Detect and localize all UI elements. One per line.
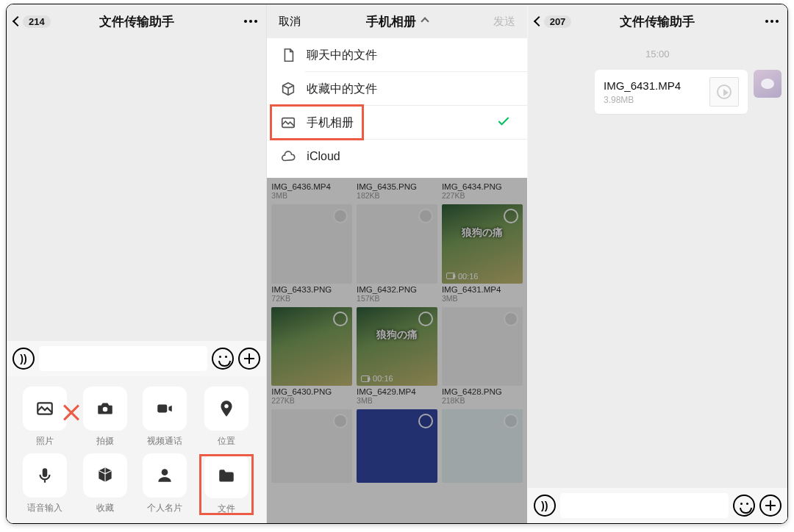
svg-point-5 (162, 469, 168, 475)
file-cell[interactable]: 狼狗の痛00:16IMG_6429.MP43MB (357, 307, 437, 406)
chat-title: 文件传输助手 (99, 13, 174, 30)
back-button[interactable]: 214 (14, 4, 51, 38)
source-chat-files[interactable]: 聊天中的文件 (267, 38, 526, 72)
cancel-button[interactable]: 取消 (279, 4, 301, 38)
action-camera[interactable]: 拍摄 (79, 387, 132, 447)
emoji-icon[interactable] (212, 348, 234, 370)
file-cell[interactable] (271, 409, 352, 483)
source-label: 手机相册 (307, 115, 354, 131)
message-input[interactable] (39, 346, 207, 371)
chevron-up-icon (421, 17, 429, 25)
select-circle[interactable] (333, 414, 348, 428)
source-favorites-files[interactable]: 收藏中的文件 (267, 72, 526, 106)
select-circle[interactable] (504, 414, 518, 428)
unread-badge: 214 (23, 15, 51, 28)
picker-title[interactable]: 手机相册 (366, 13, 428, 30)
select-circle[interactable] (333, 312, 348, 326)
message-input-bar: )) (7, 341, 266, 376)
action-label: 个人名片 (147, 502, 182, 514)
person-icon (155, 466, 174, 485)
voice-message-icon[interactable]: )) (534, 495, 556, 517)
file-cell[interactable]: IMG_6428.PNG218KB (442, 307, 523, 406)
file-cell[interactable]: IMG_6434.PNG227KB (442, 181, 523, 200)
file-cell[interactable]: IMG_6436.MP43MB (271, 181, 352, 200)
emoji-icon[interactable] (733, 495, 755, 517)
source-icloud[interactable]: iCloud (267, 140, 526, 173)
check-icon (496, 114, 511, 132)
more-button[interactable] (244, 4, 257, 38)
header-left: 214 文件传输助手 (7, 4, 266, 38)
cube-icon (96, 466, 115, 485)
header-right: 207 文件传输助手 (528, 4, 787, 38)
file-size: 3.98MB (604, 95, 702, 105)
select-circle[interactable] (333, 209, 348, 223)
source-label: iCloud (307, 150, 340, 163)
folder-icon (217, 467, 236, 486)
file-message-bubble[interactable]: IMG_6431.MP4 3.98MB (595, 70, 748, 114)
select-circle[interactable] (504, 312, 518, 326)
source-list: 聊天中的文件 收藏中的文件 手机相册 iCloud (267, 38, 526, 173)
chat-title: 文件传输助手 (620, 13, 695, 30)
source-phone-album[interactable]: 手机相册 (267, 106, 526, 140)
select-circle[interactable] (418, 312, 433, 326)
action-label: 文件 (218, 503, 235, 515)
panel-chat-with-actions: 214 文件传输助手 )) 照片 拍摄 视频通话 位置 语音 (7, 4, 267, 523)
action-contact-card[interactable]: 个人名片 (139, 453, 192, 516)
more-button[interactable] (765, 4, 779, 38)
svg-rect-4 (43, 468, 48, 477)
action-videocall[interactable]: 视频通话 (139, 387, 192, 447)
file-cell[interactable]: 狼狗の痛00:16IMG_6431.MP43MB (442, 204, 523, 303)
panel-chat-with-message: 207 文件传输助手 15:00 IMG_6431.MP4 3.98MB )) (528, 4, 787, 523)
file-cell[interactable] (442, 409, 523, 483)
svg-rect-2 (158, 405, 168, 413)
action-favorites[interactable]: 收藏 (79, 453, 132, 516)
image-icon (35, 399, 54, 418)
svg-point-3 (225, 404, 229, 408)
file-cell[interactable] (357, 409, 437, 483)
file-type-icon (709, 77, 739, 107)
action-label: 视频通话 (147, 435, 182, 447)
source-label: 聊天中的文件 (307, 48, 377, 63)
file-name: IMG_6431.MP4 (604, 79, 702, 92)
action-label: 收藏 (96, 502, 114, 514)
plus-icon[interactable] (238, 348, 260, 370)
select-circle[interactable] (418, 209, 433, 223)
action-label: 照片 (36, 435, 54, 447)
cloud-icon (280, 148, 296, 165)
video-icon (361, 375, 370, 382)
file-cell[interactable]: IMG_6432.PNG157KB (357, 204, 437, 303)
action-voice-input[interactable]: 语音输入 (18, 453, 71, 516)
svg-point-1 (102, 407, 107, 412)
action-album[interactable]: 照片 (18, 387, 71, 447)
avatar[interactable] (754, 70, 782, 98)
file-cell[interactable]: IMG_6435.PNG182KB (357, 181, 437, 200)
select-circle[interactable] (418, 414, 433, 428)
action-file[interactable]: 文件 (198, 453, 254, 516)
pin-icon (217, 399, 236, 418)
action-label: 语音输入 (27, 502, 62, 514)
message-row: IMG_6431.MP4 3.98MB (528, 70, 787, 114)
document-icon (280, 47, 296, 63)
back-button[interactable]: 207 (535, 4, 572, 38)
select-circle[interactable] (504, 209, 518, 223)
timestamp: 15:00 (528, 38, 787, 70)
source-label: 收藏中的文件 (307, 82, 377, 97)
album-grid-dimmed: IMG_6436.MP43MB IMG_6435.PNG182KB IMG_64… (267, 178, 526, 523)
camera-icon (96, 399, 115, 418)
image-icon (280, 115, 296, 131)
header-mid: 取消 手机相册 发送 (267, 4, 526, 38)
gallery-row (267, 409, 526, 483)
voice-message-icon[interactable]: )) (12, 348, 35, 370)
file-cell[interactable]: IMG_6433.PNG72KB (271, 204, 352, 303)
panel-file-source-picker: 取消 手机相册 发送 聊天中的文件 收藏中的文件 手机相册 (267, 4, 527, 523)
video-icon (446, 273, 455, 279)
gallery-row: IMG_6436.MP43MB IMG_6435.PNG182KB IMG_64… (267, 178, 526, 200)
action-location[interactable]: 位置 (198, 387, 254, 447)
gallery-row: IMG_6430.PNG227KB 狼狗の痛00:16IMG_6429.MP43… (267, 307, 526, 406)
plus-icon[interactable] (759, 495, 782, 517)
message-input[interactable] (560, 493, 729, 518)
file-cell[interactable]: IMG_6430.PNG227KB (271, 307, 352, 406)
send-button[interactable]: 发送 (493, 4, 515, 38)
mic-icon (35, 466, 54, 485)
action-label: 拍摄 (96, 435, 114, 447)
